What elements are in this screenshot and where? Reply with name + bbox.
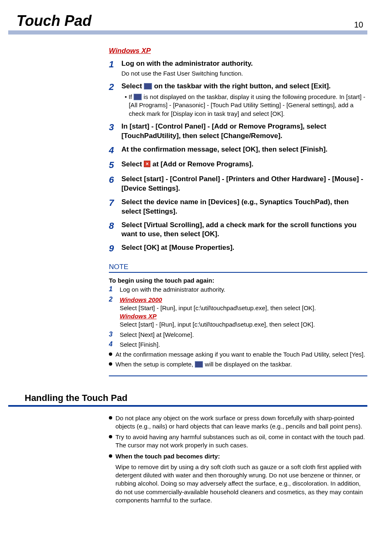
step-9: 9 Select [OK] at [Mouse Properties]. <box>109 243 367 254</box>
text: Select <box>121 82 142 90</box>
step-body: Select the device name in [Devices] (e.g… <box>121 198 367 216</box>
note-heading: NOTE <box>109 263 367 271</box>
step-body: Select [Virtual Scrolling], add a check … <box>121 221 367 240</box>
text: Select [Next] at [Welcome]. <box>120 331 367 339</box>
handling-bullet: When the touch pad becomes dirty: <box>109 452 367 461</box>
os-label-xp[interactable]: Windows XP <box>109 47 367 55</box>
step-body: Log on with the administrator authority.… <box>121 59 367 78</box>
section-rule <box>8 405 367 407</box>
step-title: Select on the taskbar with the right but… <box>121 82 367 91</box>
text: When the setup is complete, <box>115 361 193 368</box>
step-number: 8 <box>109 221 120 231</box>
step-body: Windows 2000 Select [Start] - [Run], inp… <box>120 296 367 329</box>
text: When the touch pad becomes dirty: <box>115 453 220 460</box>
note-step-1: 1 Log on with the administrator authorit… <box>109 286 367 294</box>
step-body: Select on the taskbar with the right but… <box>121 82 367 118</box>
step-number: 1 <box>109 286 118 293</box>
step-title: Log on with the administrator authority. <box>121 59 367 69</box>
text: Select <box>121 160 142 168</box>
step-body: At the confirmation message, select [OK]… <box>121 145 367 154</box>
step-number: 3 <box>109 122 120 133</box>
text: Try to avoid having any harmful substanc… <box>115 433 365 449</box>
step-6: 6 Select [start] - [Control Panel] - [Pr… <box>109 175 367 193</box>
step-title: In [start] - [Control Panel] - [Add or R… <box>121 122 367 141</box>
os-label-xp[interactable]: Windows XP <box>120 313 157 320</box>
step-number: 2 <box>109 296 118 303</box>
touchpad-tray-icon <box>195 361 203 368</box>
step-number: 1 <box>109 59 120 70</box>
handling-bullet: Do not place any object on the work surf… <box>109 414 367 431</box>
step-7: 7 Select the device name in [Devices] (e… <box>109 198 367 216</box>
step-title: Select the device name in [Devices] (e.g… <box>121 198 367 216</box>
page-title: Touch Pad <box>16 12 92 30</box>
step-title: At the confirmation message, select [OK]… <box>121 145 367 154</box>
handling-body: Wipe to remove dirt by using a dry soft … <box>115 463 367 504</box>
text: Do not place any object on the work surf… <box>115 415 362 430</box>
text: If <box>129 93 132 100</box>
note-bullet: At the confirmation message asking if yo… <box>109 350 367 359</box>
step-number: 4 <box>109 341 118 348</box>
text: At the confirmation message asking if yo… <box>115 351 365 358</box>
text: Select [Start] - [Run], input [c:\util\t… <box>120 304 316 311</box>
step-3: 3 In [start] - [Control Panel] - [Add or… <box>109 122 367 141</box>
close-icon: × <box>144 161 150 167</box>
handling-bullet: Try to avoid having any harmful substanc… <box>109 433 367 450</box>
step-8: 8 Select [Virtual Scrolling], add a chec… <box>109 221 367 240</box>
header-row: Touch Pad 10 <box>8 12 367 30</box>
step-4: 4 At the confirmation message, select [O… <box>109 145 367 156</box>
step-number: 4 <box>109 145 120 156</box>
step-subtext: Do not use the Fast User Switching funct… <box>121 69 367 78</box>
os-label-2000[interactable]: Windows 2000 <box>120 296 162 303</box>
touchpad-tray-icon <box>134 94 142 100</box>
step-5: 5 Select × at [Add or Remove Programs]. <box>109 160 367 170</box>
text: on the taskbar with the right button, an… <box>154 82 331 90</box>
main-content: Windows XP 1 Log on with the administrat… <box>109 47 367 376</box>
page: Touch Pad 10 Windows XP 1 Log on with th… <box>0 0 392 521</box>
step-title: Select [Virtual Scrolling], add a check … <box>121 221 367 240</box>
step-body: Select × at [Add or Remove Programs]. <box>121 160 367 169</box>
handling-content: Do not place any object on the work surf… <box>109 414 367 505</box>
text: Log on with the administrator authority. <box>120 286 367 294</box>
text: Select [start] - [Run], input [c:\util\t… <box>120 321 315 328</box>
step-number: 3 <box>109 331 118 338</box>
step-2: 2 Select on the taskbar with the right b… <box>109 82 367 118</box>
step-title: Select [OK] at [Mouse Properties]. <box>121 243 367 253</box>
step-number: 6 <box>109 175 120 185</box>
step-body: Select [start] - [Control Panel] - [Prin… <box>121 175 367 193</box>
page-number: 10 <box>354 20 363 30</box>
note-step-2: 2 Windows 2000 Select [Start] - [Run], i… <box>109 296 367 329</box>
touchpad-tray-icon <box>144 83 152 90</box>
step-number: 9 <box>109 243 120 254</box>
step-number: 2 <box>109 82 120 92</box>
note-bullet: When the setup is complete, will be disp… <box>109 360 367 368</box>
text: at [Add or Remove Programs]. <box>152 160 254 168</box>
note-step-3: 3 Select [Next] at [Welcome]. <box>109 331 367 339</box>
step-title: Select × at [Add or Remove Programs]. <box>121 160 367 169</box>
section-title: Handling the Touch Pad <box>25 393 367 403</box>
title-rule <box>8 30 367 35</box>
step-body: Select [OK] at [Mouse Properties]. <box>121 243 367 253</box>
note-lead: To begin using the touch pad again: <box>109 277 367 284</box>
step-body: In [start] - [Control Panel] - [Add or R… <box>121 122 367 141</box>
text: will be displayed on the taskbar. <box>205 361 292 368</box>
text: Select [Finish]. <box>120 341 367 349</box>
step-number: 5 <box>109 160 120 170</box>
text: is not displayed on the taskbar, display… <box>129 93 365 117</box>
step-number: 7 <box>109 198 120 208</box>
note-area: To begin using the touch pad again: 1 Lo… <box>109 277 367 376</box>
note-step-4: 4 Select [Finish]. <box>109 341 367 349</box>
note-rule-top <box>109 272 367 273</box>
step-1: 1 Log on with the administrator authorit… <box>109 59 367 78</box>
sub-bullet: • If is not displayed on the taskbar, di… <box>121 93 367 118</box>
step-title: Select [start] - [Control Panel] - [Prin… <box>121 175 367 193</box>
